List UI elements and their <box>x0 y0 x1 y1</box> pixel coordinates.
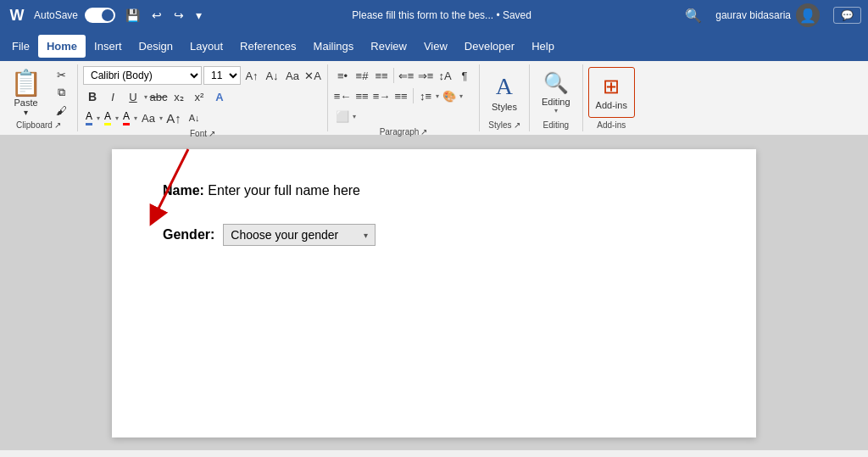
grow-font-button[interactable]: A↑ <box>242 66 261 85</box>
menu-help[interactable]: Help <box>523 35 563 58</box>
shrink-font-button[interactable]: A↓ <box>263 66 281 85</box>
editing-label-text: Editing <box>543 120 570 130</box>
addins-icon: ⊞ <box>603 75 620 98</box>
font-color-dropdown[interactable]: ▾ <box>97 114 100 122</box>
paragraph-buttons: ≡• ≡# ≡≡ ⇐≡ ⇒≡ ↕A ¶ ≡← ≡≡ ≡→ ≡≡ ↕≡ ▾ <box>333 66 474 125</box>
menu-mailings[interactable]: Mailings <box>305 35 363 58</box>
redo-icon[interactable]: ↪ <box>170 7 187 24</box>
undo-icon[interactable]: ↩ <box>148 7 165 24</box>
sort-button[interactable]: ↕A <box>436 66 454 85</box>
paste-dropdown-arrow: ▾ <box>24 108 28 117</box>
addins-button[interactable]: ⊞ Add-ins <box>588 67 635 118</box>
menu-design[interactable]: Design <box>131 35 181 58</box>
clipboard-expand-icon[interactable]: ↗ <box>54 120 61 130</box>
line-spacing-dropdown[interactable]: ▾ <box>436 92 439 100</box>
font-group: Calibri (Body) 11 A↑ A↓ Aa ✕A B I U ▾ ab… <box>78 64 328 131</box>
font-size-select[interactable]: 11 <box>203 66 241 85</box>
numbering-button[interactable]: ≡# <box>353 66 371 85</box>
name-label: Name: <box>163 183 204 198</box>
decrease-indent-button[interactable]: ⇐≡ <box>397 66 415 85</box>
menu-insert[interactable]: Insert <box>86 35 131 58</box>
paste-icon: 📋 <box>10 68 42 98</box>
gender-dropdown[interactable]: Choose your gender ▾ <box>223 224 376 246</box>
justify-button[interactable]: ≡≡ <box>392 86 410 105</box>
menu-review[interactable]: Review <box>362 35 415 58</box>
border-button[interactable]: ⬜ <box>333 107 352 125</box>
cut-button[interactable]: ✂ <box>50 66 72 83</box>
strikethrough-button[interactable]: abc <box>149 87 168 106</box>
paste-button[interactable]: 📋 Paste ▾ <box>5 66 47 119</box>
styles-button[interactable]: A Styles <box>485 67 524 118</box>
change-case-button[interactable]: Aa <box>283 66 302 85</box>
superscript-button[interactable]: x² <box>190 87 209 106</box>
increase-indent-button[interactable]: ⇒≡ <box>416 66 435 85</box>
text-effect-button[interactable]: A <box>210 87 229 106</box>
font-color-button[interactable]: A <box>83 109 95 126</box>
bold-button[interactable]: B <box>83 87 102 106</box>
multilevel-list-button[interactable]: ≡≡ <box>372 66 391 85</box>
menu-view[interactable]: View <box>415 35 456 58</box>
clipboard-label-text: Clipboard <box>16 120 53 130</box>
save-icon[interactable]: 💾 <box>122 7 143 24</box>
grow-font2-button[interactable]: A↑ <box>164 109 183 127</box>
menu-developer[interactable]: Developer <box>456 35 523 58</box>
font-family-select[interactable]: Calibri (Body) <box>83 66 202 85</box>
name-value: Enter your full name here <box>208 183 360 198</box>
show-marks-button[interactable]: ¶ <box>455 66 474 85</box>
styles-label-text: Styles <box>488 120 511 130</box>
paragraph-label: Paragraph ↗ <box>333 125 474 137</box>
copy-button[interactable]: ⧉ <box>50 84 72 101</box>
subscript-button[interactable]: x₂ <box>170 87 188 106</box>
menu-file[interactable]: File <box>3 35 38 58</box>
border-dropdown[interactable]: ▾ <box>353 113 356 120</box>
aa-button[interactable]: Aa <box>139 109 158 127</box>
font-label: Font ↗ <box>83 127 322 138</box>
user-avatar[interactable]: 👤 <box>796 3 820 27</box>
bullets-button[interactable]: ≡• <box>333 66 352 85</box>
customize-qat-icon[interactable]: ▾ <box>192 7 205 24</box>
search-icon[interactable]: 🔍 <box>678 8 709 24</box>
editing-dropdown-arrow[interactable]: ▾ <box>554 107 558 114</box>
addins-label-text: Add-ins <box>597 120 626 130</box>
menu-home[interactable]: Home <box>38 35 86 58</box>
font-expand-icon[interactable]: ↗ <box>209 129 215 138</box>
format-painter-button[interactable]: 🖌 <box>50 102 72 119</box>
shading-button[interactable]: 🎨 <box>440 86 459 105</box>
editing-button[interactable]: 🔍 Editing ▾ <box>535 67 577 118</box>
document-area: Name: Enter your full name here Gender: … <box>0 136 868 450</box>
word-icon: W <box>7 5 27 25</box>
user-area: gaurav bidasaria 👤 <box>715 3 820 27</box>
paragraph-label-text: Paragraph <box>380 127 420 137</box>
ribbon: 📋 Paste ▾ ✂ ⧉ 🖌 Clipboard ↗ Calibri (Bod… <box>0 61 868 136</box>
shading-dropdown[interactable]: ▾ <box>459 92 463 100</box>
underline-button[interactable]: U <box>124 87 142 106</box>
editing-icon: 🔍 <box>543 71 569 95</box>
text-color-dropdown[interactable]: ▾ <box>134 114 137 122</box>
shrink-font2-button[interactable]: A↓ <box>185 109 203 127</box>
menu-layout[interactable]: Layout <box>181 35 231 58</box>
font-row-1: Calibri (Body) 11 A↑ A↓ Aa ✕A <box>83 66 322 85</box>
text-color-button[interactable]: A <box>120 109 132 126</box>
line-spacing-button[interactable]: ↕≡ <box>416 86 435 105</box>
aa-dropdown[interactable]: ▾ <box>159 114 163 122</box>
underline-dropdown[interactable]: ▾ <box>144 93 147 101</box>
styles-expand-icon[interactable]: ↗ <box>514 120 520 130</box>
highlight-dropdown[interactable]: ▾ <box>115 114 119 122</box>
autosave-toggle[interactable] <box>85 8 115 23</box>
paragraph-group: ≡• ≡# ≡≡ ⇐≡ ⇒≡ ↕A ¶ ≡← ≡≡ ≡→ ≡≡ ↕≡ ▾ <box>328 64 480 131</box>
menu-references[interactable]: References <box>231 35 304 58</box>
user-name: gaurav bidasaria <box>715 9 791 21</box>
align-center-button[interactable]: ≡≡ <box>353 86 371 105</box>
menu-bar: File Home Insert Design Layout Reference… <box>0 31 868 61</box>
comment-button[interactable]: 💬 <box>833 7 861 24</box>
align-right-button[interactable]: ≡→ <box>372 86 391 105</box>
styles-label: Styles ↗ <box>485 119 524 130</box>
align-left-button[interactable]: ≡← <box>333 86 352 105</box>
italic-button[interactable]: I <box>103 87 122 106</box>
clear-format-button[interactable]: ✕A <box>303 66 322 85</box>
highlight-color-button[interactable]: A <box>102 109 114 126</box>
editing-group: 🔍 Editing ▾ Editing <box>530 64 583 131</box>
paragraph-expand-icon[interactable]: ↗ <box>420 127 427 137</box>
font-color-icon: A <box>86 110 92 125</box>
font-group-content: Calibri (Body) 11 A↑ A↓ Aa ✕A B I U ▾ ab… <box>83 66 322 127</box>
